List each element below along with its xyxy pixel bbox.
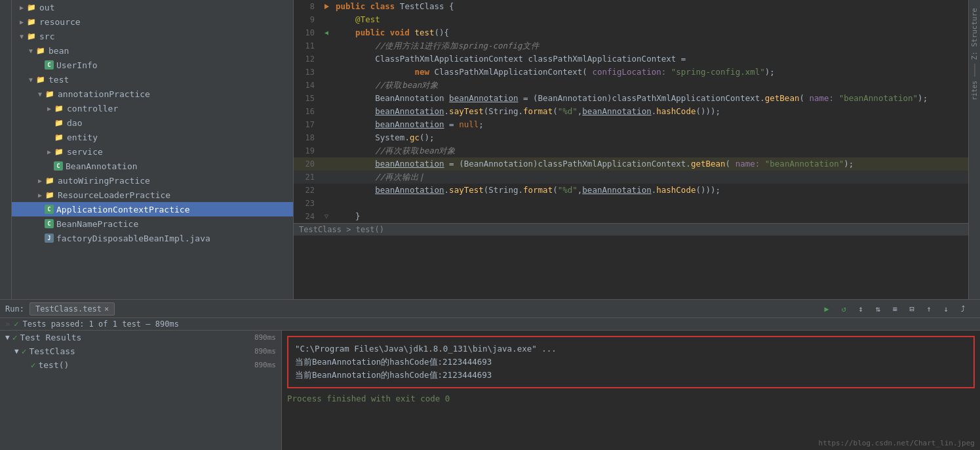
arrow-controller: ▶ [45,105,54,112]
tree-item-controller[interactable]: ▶ 📁 controller [12,101,293,115]
line-content-15: BeanAnnotation beanAnnotation = (BeanAnn… [333,92,968,105]
code-line-11: 11 //使用方法1进行添加spring-config文件 [294,39,968,52]
tree-item-entity[interactable]: ▶ 📁 entity [12,130,293,144]
line-content-11: //使用方法1进行添加spring-config文件 [333,39,968,52]
align-button[interactable]: ≡ [888,302,901,316]
test-result-class[interactable]: ▼ ✓ TestClass 890ms [0,344,281,358]
label-entity: entity [67,133,98,142]
class-icon-applicationContextPractice: C [45,205,54,214]
line-content-21: //再次输出| [333,171,968,184]
tree-item-test[interactable]: ▼ 📁 test [12,72,293,87]
tree-item-resourceLoaderPractice[interactable]: ▶ 📁 ResourceLoaderPractice [12,188,293,202]
tree-item-dao[interactable]: ▶ 📁 dao [12,115,293,130]
label-test: test [49,75,69,85]
code-line-24: 24 ▽ } [294,210,968,223]
gutter-8 [320,3,333,10]
arrow-bean: ▼ [26,47,35,54]
label-autoWiringPractice: autoWiringPractice [58,176,150,186]
tree-item-service[interactable]: ▶ 📁 service [12,144,293,159]
tree-item-bean[interactable]: ▼ 📁 bean [12,43,293,58]
label-out: out [39,3,54,12]
folder-icon-dao: 📁 [54,117,64,128]
gutter-10: ◀ [320,26,333,39]
line-content-18: System.gc(); [333,131,968,144]
arrow-test: ▼ [26,76,35,83]
tree-item-applicationContextPractice[interactable]: ▶ C ApplicationContextPractice [12,202,293,216]
code-line-10: 10 ◀ public void test(){ [294,26,968,39]
tree-item-out[interactable]: ▶ 📁 out [12,0,293,14]
line-num-22: 22 [294,184,320,197]
down-button[interactable]: ↓ [939,302,952,316]
tree-item-annotationPractice[interactable]: ▼ 📁 annotationPractice [12,87,293,101]
line-num-19: 19 [294,144,320,157]
arrow-src: ▼ [17,33,26,40]
tree-item-src[interactable]: ▼ 📁 src [12,29,293,43]
method-label: test() [38,360,69,370]
console-line-3: 当前BeanAnnotation的hashCode值:2123444693 [295,369,967,382]
console-line-2: 当前BeanAnnotation的hashCode值:2123444693 [295,356,967,369]
structure-sidebar: Z: Structure rites [968,0,980,299]
close-icon[interactable]: × [104,304,109,314]
label-controller: controller [67,104,118,113]
test-result-root[interactable]: ▼ ✓ Test Results 890ms [0,331,281,344]
structure-label: Z: Structure [970,8,979,60]
folder-icon-resource: 📁 [26,16,37,27]
structure-divider [974,64,975,77]
line-content-9: @Test [333,13,968,26]
code-line-22: 22 beanAnnotation.sayTest(String.format(… [294,184,968,197]
tree-item-autoWiringPractice[interactable]: ▶ 📁 autoWiringPractice [12,173,293,188]
pass-check-icon: ✓ [14,319,18,329]
line-num-21: 21 [294,171,320,184]
tree-item-factoryDisposableBeanImpl[interactable]: ▶ J factoryDisposableBeanImpl.java [12,231,293,245]
line-content-20: beanAnnotation = (BeanAnnotation)classPa… [333,157,968,171]
tree-item-userinfo[interactable]: ▶ C UserInfo [12,58,293,72]
code-line-13: 13 new ClassPathXmlApplicationContext( c… [294,66,968,79]
expand-root: ▼ [5,333,10,342]
sort-desc-button[interactable]: ⇅ [871,302,884,316]
arrow-resourceLoaderPractice: ▶ [35,192,45,199]
console-output-box: "C:\Program Files\Java\jdk1.8.0_131\bin\… [287,336,975,388]
rerun-button[interactable]: ↺ [837,302,850,316]
label-userinfo: UserInfo [56,60,98,70]
line-content-22: beanAnnotation.sayTest(String.format("%d… [333,184,968,197]
align2-button[interactable]: ⊟ [905,302,918,316]
run-button[interactable]: ▶ [820,302,833,316]
label-src: src [39,31,54,41]
tree-item-resource[interactable]: ▶ 📁 resource [12,14,293,29]
bottom-content: ▼ ✓ Test Results 890ms ▼ ✓ TestClass 890… [0,331,980,450]
line-content-17: beanAnnotation = null; [333,118,968,131]
up-button[interactable]: ↑ [922,302,935,316]
java-icon-factoryDisposableBeanImpl: J [45,234,54,243]
arrow-resource: ▶ [17,18,26,26]
label-beanAnnotation: BeanAnnotation [66,161,138,171]
line-num-9: 9 [294,13,320,26]
code-line-20: 20 beanAnnotation = (BeanAnnotation)clas… [294,157,968,171]
svg-marker-0 [324,4,329,9]
folder-icon-src: 📁 [26,31,37,41]
folder-icon-resourceLoaderPractice: 📁 [45,190,55,200]
line-num-17: 17 [294,118,320,131]
line-num-11: 11 [294,39,320,52]
folder-icon-bean: 📁 [35,45,46,56]
line-content-12: ClassPathXmlApplicationContext classPath… [333,52,968,66]
label-bean: bean [49,46,69,56]
line-content-10: public void test(){ [333,26,968,39]
root-duration: 890ms [254,333,276,342]
code-line-8: 8 public class TestClass { [294,0,968,13]
expand-class: ▼ [14,347,19,356]
run-tab[interactable]: TestClass.test × [29,302,115,316]
run-tab-label: TestClass.test [35,304,102,314]
arrow-autoWiringPractice: ▶ [35,177,45,184]
line-content-8: public class TestClass { [333,0,968,13]
run-tab-bar: Run: TestClass.test × ▶ ↺ ↕ ⇅ ≡ ⊟ ↑ ↓ ⤴ [0,300,980,318]
code-line-12: 12 ClassPathXmlApplicationContext classP… [294,52,968,66]
tree-item-beanNamePractice[interactable]: ▶ C BeanNamePractice [12,216,293,231]
label-dao: dao [67,118,82,128]
folder-icon-autoWiringPractice: 📁 [45,175,55,186]
tree-item-beanAnnotation[interactable]: ▶ C BeanAnnotation [12,159,293,173]
export-button[interactable]: ⤴ [956,302,970,316]
label-annotationPractice: annotationPractice [58,89,150,99]
test-result-method[interactable]: ▶ ✓ test() 890ms [0,358,281,372]
sort-asc-button[interactable]: ↕ [854,302,867,316]
toolbar-icons: ▶ ↺ ↕ ⇅ ≡ ⊟ ↑ ↓ ⤴ [820,302,970,316]
